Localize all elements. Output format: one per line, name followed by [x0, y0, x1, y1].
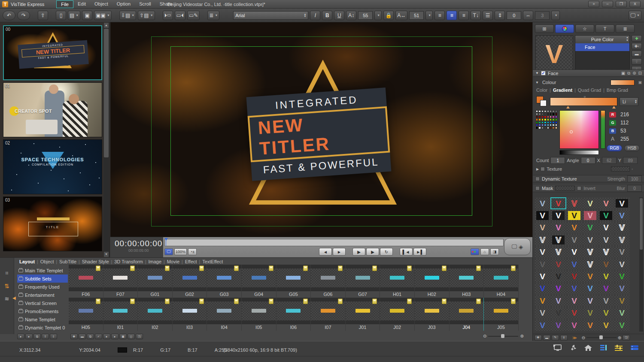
- style-preset-3-0[interactable]: V: [535, 234, 550, 246]
- thumbnail-scrollbar[interactable]: ▲ ▼: [103, 23, 109, 257]
- grid-tool-1[interactable]: ▬: [79, 334, 86, 339]
- style-preset-10-3[interactable]: V: [582, 319, 598, 331]
- face-section-header[interactable]: ▼ ✓ Face ▣ ⧉ ⊜ ⊟: [533, 69, 644, 77]
- subtitle-doc-button[interactable]: ≣▼: [207, 11, 219, 20]
- style-preset-9-3[interactable]: V: [582, 307, 598, 319]
- category-promoelements[interactable]: PromoElements: [17, 307, 68, 315]
- style-preset-4-3[interactable]: V: [582, 246, 598, 258]
- palette-color-41[interactable]: [538, 124, 541, 126]
- style-preset-0-4[interactable]: V: [598, 197, 614, 209]
- category-frequently-used[interactable]: Frequently Used: [17, 283, 68, 291]
- tab-object[interactable]: Object: [38, 259, 56, 264]
- style-preset-2-3[interactable]: V: [582, 222, 598, 234]
- preset-zoom-in-icon[interactable]: ⊕: [618, 335, 621, 340]
- palette-color-33[interactable]: [538, 121, 541, 124]
- palette-color-45[interactable]: [550, 124, 552, 126]
- mixer-sliders-icon[interactable]: [614, 344, 624, 352]
- template-J04[interactable]: J04: [450, 298, 484, 331]
- style-preset-7-0[interactable]: V: [535, 283, 550, 295]
- template-G02[interactable]: G02: [173, 265, 207, 298]
- template-F06[interactable]: F06: [69, 265, 103, 298]
- style-preset-10-1[interactable]: V: [550, 319, 566, 331]
- style-preset-3-1[interactable]: V: [550, 234, 566, 246]
- remove-layer-button[interactable]: ▬: [632, 51, 642, 57]
- template-I01[interactable]: I01: [103, 298, 138, 331]
- menu-item-file[interactable]: File: [56, 0, 73, 8]
- style-preset-10-4[interactable]: V: [598, 319, 614, 331]
- preset-add-button[interactable]: ✚: [535, 335, 542, 341]
- italic-button[interactable]: I: [310, 11, 320, 20]
- split-view-button[interactable]: ◨: [490, 248, 499, 255]
- palette-color-14[interactable]: [552, 113, 554, 115]
- palette-color-35[interactable]: [544, 121, 546, 124]
- template-G06[interactable]: G06: [311, 265, 346, 298]
- line-value-field[interactable]: 0: [507, 11, 521, 20]
- redo-button[interactable]: ↷: [17, 11, 30, 20]
- move-layer-up-button[interactable]: ⇧: [632, 58, 642, 65]
- clapper-out-button[interactable]: ▭⏴: [175, 11, 185, 20]
- sv-picker-cursor[interactable]: [570, 130, 573, 133]
- palette-color-6[interactable]: [552, 110, 554, 112]
- preset-remove-button[interactable]: ▬: [543, 335, 550, 341]
- template-I02[interactable]: I02: [138, 298, 173, 331]
- rgb-mode-button[interactable]: RGB: [607, 145, 622, 151]
- palette-color-47[interactable]: [555, 124, 557, 126]
- style-preset-5-3[interactable]: V: [582, 258, 598, 270]
- go-to-start-button[interactable]: ▌◄: [400, 248, 413, 256]
- tab-shader-style[interactable]: Shader Style: [80, 259, 111, 264]
- category-tool-2[interactable]: ⧉: [33, 334, 41, 339]
- mask-checkbox[interactable]: [535, 186, 540, 190]
- style-preset-2-2[interactable]: V: [566, 222, 582, 234]
- property-tab-layer-style[interactable]: ≣: [616, 24, 635, 33]
- scroll-up-button[interactable]: ▲: [104, 23, 109, 28]
- colour-options-icon[interactable]: ▣: [638, 80, 642, 84]
- preset-zoom-slider[interactable]: [586, 337, 617, 338]
- style-preset-2-4[interactable]: V: [598, 222, 614, 234]
- palette-color-12[interactable]: [547, 113, 549, 115]
- palette-color-34[interactable]: [541, 121, 544, 124]
- add-multi-layer-button[interactable]: ✚▫: [632, 43, 642, 49]
- template-G07[interactable]: G07: [346, 265, 380, 298]
- save-button[interactable]: ▣: [82, 11, 92, 20]
- style-preset-6-0[interactable]: V: [535, 270, 550, 282]
- dynamic-texture-checkbox[interactable]: [535, 177, 540, 181]
- media-library-icon[interactable]: [629, 344, 640, 352]
- style-preset-9-4[interactable]: V: [598, 307, 614, 319]
- palette-color-25[interactable]: [538, 118, 541, 121]
- style-preset-8-3[interactable]: V: [582, 295, 598, 307]
- play-button[interactable]: ▶: [366, 248, 379, 256]
- new-document-button[interactable]: ▯: [56, 11, 66, 20]
- gradient-bar[interactable]: ○: [550, 97, 617, 106]
- template-I05[interactable]: I05: [242, 298, 276, 331]
- align-center-button[interactable]: ≡: [447, 11, 457, 20]
- settings-wrench-icon[interactable]: [568, 344, 578, 352]
- count-field[interactable]: 1: [550, 157, 565, 164]
- palette-color-30[interactable]: [552, 118, 554, 121]
- grid-tool-2[interactable]: ⧉: [87, 334, 94, 339]
- style-preset-1-2[interactable]: V: [566, 209, 582, 221]
- grid-tool-5[interactable]: ▸: [111, 334, 118, 339]
- style-preset-4-2[interactable]: V: [566, 246, 582, 258]
- template-H05[interactable]: H05: [69, 298, 103, 331]
- palette-color-16[interactable]: [536, 116, 538, 118]
- style-preset-0-2[interactable]: V: [566, 197, 582, 209]
- palette-color-2[interactable]: [541, 110, 544, 112]
- paste-style-icon[interactable]: ⧉: [627, 71, 630, 76]
- grid-tool-8[interactable]: ◳: [136, 334, 143, 339]
- template-I06[interactable]: I06: [276, 298, 311, 331]
- grayscale-bar[interactable]: [559, 150, 599, 155]
- palette-color-32[interactable]: [536, 121, 538, 124]
- minimize-button[interactable]: –: [602, 1, 613, 7]
- palette-color-38[interactable]: [552, 121, 554, 124]
- rgb-channels-button[interactable]: [471, 248, 479, 255]
- texture-checkbox[interactable]: [541, 167, 545, 171]
- preset-corner-button[interactable]: ◲: [623, 335, 630, 341]
- grid-tool-0[interactable]: ✚: [70, 334, 78, 339]
- style-preset-6-2[interactable]: V: [566, 270, 582, 282]
- preset-apply-button[interactable]: ✎: [552, 335, 559, 341]
- template-H01[interactable]: H01: [380, 265, 415, 298]
- paste-button[interactable]: ▤▼: [68, 11, 80, 20]
- palette-color-27[interactable]: [544, 118, 546, 121]
- template-I03[interactable]: I03: [173, 298, 207, 331]
- style-preset-10-5[interactable]: V: [614, 319, 630, 331]
